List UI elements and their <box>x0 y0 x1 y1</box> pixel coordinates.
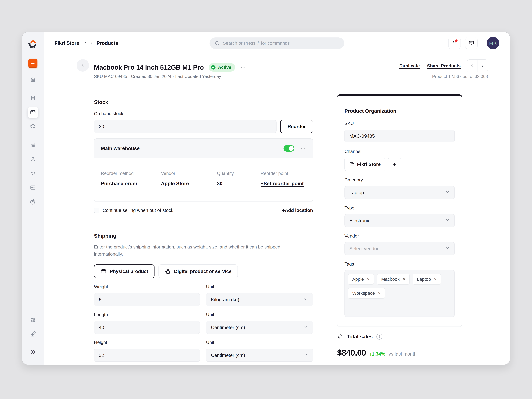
apps-grid-icon <box>30 331 36 338</box>
sidebar-item-products[interactable] <box>28 107 38 118</box>
megaphone-icon <box>30 170 36 177</box>
type-label: Type <box>344 205 455 211</box>
digital-product-button[interactable]: Digital product or service <box>158 265 238 278</box>
length-label: Length <box>94 312 200 317</box>
avatar[interactable]: FIK <box>487 37 499 49</box>
product-organization-card: Product Organization SKU MAC-09485 Chann… <box>337 95 462 327</box>
weight-input[interactable]: 5 <box>94 293 200 306</box>
topbar-actions: FIK <box>448 37 499 49</box>
sidebar-item-media[interactable] <box>28 183 38 193</box>
remove-tag-icon[interactable]: × <box>403 277 405 282</box>
search-icon <box>214 40 220 46</box>
app-window: + <box>22 32 510 365</box>
total-sales-section: Total sales ? $840.00 ↑1.34% vs last mon… <box>337 333 462 365</box>
remove-tag-icon[interactable]: × <box>367 277 370 282</box>
weight-label: Weight <box>94 284 200 289</box>
physical-product-button[interactable]: Physical product <box>94 265 154 278</box>
organization-heading: Product Organization <box>344 108 455 114</box>
help-icon[interactable]: ? <box>376 334 382 340</box>
sidebar-item-store[interactable] <box>28 140 38 151</box>
sidebar-expand-button[interactable] <box>28 347 38 358</box>
warehouse-col: Reorder method Purchase order <box>101 171 161 186</box>
warehouse-menu-button[interactable] <box>300 145 306 152</box>
sales-change: ↑1.34% <box>369 351 385 357</box>
brand-cart-logo-icon[interactable] <box>26 38 39 51</box>
vendor-select[interactable]: Select vendor <box>344 242 455 255</box>
section-divider <box>94 223 313 223</box>
side-column: Product Organization SKU MAC-09485 Chann… <box>324 82 510 365</box>
link-separator: · <box>423 63 424 69</box>
back-button[interactable] <box>76 59 89 72</box>
search-input[interactable] <box>223 40 340 46</box>
channel-chip[interactable]: Fikri Store <box>344 158 385 171</box>
title-menu-button[interactable] <box>240 64 246 71</box>
continue-selling-checkbox[interactable] <box>94 208 99 213</box>
sidebar-item-settings[interactable] <box>28 315 38 325</box>
reorder-button[interactable]: Reorder <box>280 120 313 133</box>
messages-button[interactable] <box>465 37 478 49</box>
store-switcher[interactable]: Fikri Store <box>55 40 79 46</box>
sidebar: + <box>22 32 44 365</box>
shipping-heading: Shipping <box>94 233 313 239</box>
sidebar-item-analytics[interactable] <box>28 197 38 207</box>
sidebar-item-home[interactable] <box>28 75 38 85</box>
share-products-link[interactable]: Share Products <box>427 63 461 69</box>
warehouse-col: Vendor Apple Store <box>161 171 217 186</box>
breadcrumb: Fikri Store / Products <box>55 40 118 46</box>
duplicate-link[interactable]: Duplicate <box>399 63 420 69</box>
tag-chip[interactable]: Workspace × <box>348 288 385 298</box>
content: Stock On hand stock 30 Reorder Main ware… <box>44 82 510 365</box>
sidebar-divider <box>30 343 36 343</box>
total-sales-amount: $840.00 <box>337 348 366 357</box>
sidebar-bottom <box>28 315 38 358</box>
sidebar-item-orders[interactable] <box>28 93 38 104</box>
tag-chip[interactable]: Macbook × <box>377 274 410 285</box>
height-unit-select[interactable]: Centimeter (cm) <box>206 349 313 362</box>
sidebar-add-button[interactable]: + <box>28 59 38 68</box>
check-circle-icon <box>210 64 216 70</box>
prev-product-button[interactable] <box>467 60 477 72</box>
category-select[interactable]: Laptop <box>344 186 455 199</box>
home-icon <box>30 76 36 83</box>
sidebar-item-marketing[interactable] <box>28 168 38 179</box>
height-input[interactable]: 32 <box>94 349 200 362</box>
warehouse-toggle[interactable] <box>284 145 294 152</box>
gear-icon <box>30 317 36 324</box>
shopping-bag-icon <box>337 333 344 340</box>
stock-heading: Stock <box>94 99 313 105</box>
remove-tag-icon[interactable]: × <box>378 291 381 296</box>
add-location-link[interactable]: +Add location <box>282 208 313 213</box>
chevron-right-icon <box>480 63 485 68</box>
sidebar-item-apps[interactable] <box>28 329 38 340</box>
weight-unit-select[interactable]: Kilogram (kg) <box>206 293 313 306</box>
next-product-button[interactable] <box>477 60 488 72</box>
notifications-button[interactable] <box>448 37 461 49</box>
add-channel-button[interactable]: + <box>388 158 401 171</box>
page-title: Macbook Pro 14 Inch 512GB M1 Pro <box>94 64 204 71</box>
tag-chip[interactable]: Laptop × <box>413 274 441 285</box>
shopping-bag-icon <box>165 268 171 274</box>
set-reorder-point-link[interactable]: +Set reorder point <box>260 181 306 186</box>
length-unit-select[interactable]: Centimeter (cm) <box>206 321 313 334</box>
product-pager <box>467 59 488 72</box>
notification-badge <box>455 39 458 42</box>
sidebar-item-inventory[interactable] <box>28 121 38 132</box>
breadcrumb-current[interactable]: Products <box>96 40 118 46</box>
type-select[interactable]: Electronic <box>344 214 455 227</box>
sidebar-item-customers[interactable] <box>28 154 38 165</box>
on-hand-stock-input[interactable]: 30 <box>94 120 277 133</box>
product-meta: SKU MAC-09485 · Created 30 Jan 2024 · La… <box>94 74 221 79</box>
global-search[interactable] <box>209 38 344 49</box>
sidebar-divider <box>30 89 36 89</box>
tags-container[interactable]: Apple × Macbook × Laptop × Workspace <box>344 270 455 317</box>
package-icon <box>30 123 36 130</box>
remove-tag-icon[interactable]: × <box>434 277 437 282</box>
sku-input[interactable]: MAC-09485 <box>344 130 455 142</box>
status-badge: Active <box>209 63 235 72</box>
ellipsis-icon <box>240 64 246 70</box>
sales-change-caption: vs last month <box>389 351 417 357</box>
length-input[interactable]: 40 <box>94 321 200 334</box>
tag-chip[interactable]: Apple × <box>348 274 374 285</box>
chevron-down-icon[interactable] <box>82 40 87 46</box>
warehouse-card: Main warehouse Reorder method Purchase o… <box>94 139 313 202</box>
